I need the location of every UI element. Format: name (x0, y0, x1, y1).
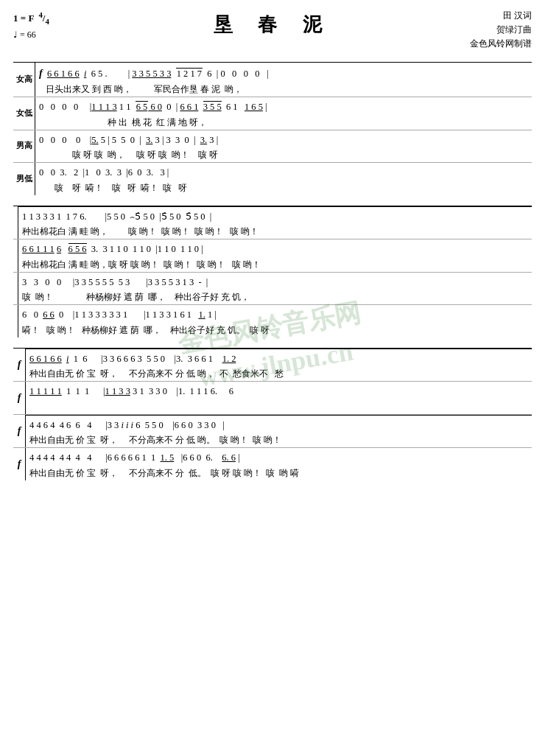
s3-v1-lyrics: 种出自由无 价 宝 呀， 不分高来不 分 低 哟， 不 愁食米不 愁 (29, 367, 528, 380)
female-high-label: 女高 (13, 63, 35, 97)
s3-v3-lyrics: 种出自由无 价 宝 呀， 不分高来不 分 低 哟。 咳 哟！ 咳 哟！ (29, 433, 528, 447)
female-high-content: f 6 6 1 6 6 i 6 5 . | 3 3 5 5 3 3 1 2 1 … (35, 63, 532, 97)
s3-v2-notes: 1 1 1 1 1 1 1 1 |1 1 3 3 3 1 3 3 0 |1. 1… (29, 383, 528, 400)
s2-v4-notes: 6 0 6 6 0 |1 1 3 3 3 3 3 1 |1 1 3 3 1 6 … (22, 307, 528, 323)
s3-v2-lyrics (29, 400, 528, 413)
section-3: f 6 6 1 6 6 i 1 6 |3 3 6 6 6 3 5 5 0 |3.… (13, 348, 532, 480)
male-high-lyrics: 咳 呀 咳 哟， 咳 呀 咳 哟！ 咳 呀 (39, 148, 528, 161)
male-low-content: 0 0 3. 2 |1 0 3. 3 |6 0 3. 3 | 咳 呀 嗬！ 咳 … (35, 163, 532, 195)
s2-v3-notes: 3 3 0 0 |3 3 5 5 5 5 5 3 |3 3 5 5 3 1 3 … (22, 274, 528, 291)
female-low-content: 0 0 0 0 |1 1 1 3 1 1 6 5 6 0 0 | 6 6 1 3… (35, 97, 532, 130)
s3-v3-label: f (13, 415, 25, 448)
s2-v1-content: 1 1 3 3 3 1 1 7 6. |5 5 0 ⌢5̂ 5 0 |5̂ 5 … (18, 206, 532, 239)
s3-v4-label: f (13, 448, 25, 480)
male-high-notes: 0 0 0 0 |5. 5 | 5 5 0 | 3. 3 | 3 3 0 | 3… (39, 132, 528, 149)
s3-v1-label: f (13, 349, 25, 382)
s2-v3-lyrics: 咳 哟！ 种杨柳好 遮 荫 哪， 种出谷子好 充 饥， (22, 290, 528, 304)
s3-voice-2: f 1 1 1 1 1 1 1 1 |1 1 3 3 3 1 3 3 0 |1.… (13, 382, 532, 415)
s2-v1-lyrics: 种出棉花白 满 畦 哟， 咳 哟！ 咳 哟！ 咳 哟！ 咳 哟！ (22, 225, 528, 238)
tempo: ♩ = 66 (13, 28, 49, 42)
header: 1 = F 4/4 ♩ = 66 垦 春 泥 田 汉词 贺绿汀曲 金色风铃网制谱 (13, 7, 532, 59)
male-low-label: 男低 (13, 163, 35, 195)
s3-voice-4: f 4 4 4 4 4 4 4 4 |6 6 6 6 6 1 1 1. 5 |6… (13, 448, 532, 480)
s3-v4-notes: 4 4 4 4 4 4 4 4 |6 6 6 6 6 1 1 1. 5 |6 6… (29, 449, 528, 466)
female-high-notes: f 6 6 1 6 6 i 6 5 . | 3 3 5 5 3 3 1 2 1 … (39, 64, 528, 83)
s2-voice-3: 3 3 0 0 |3 3 5 5 5 5 5 3 |3 3 5 5 3 1 3 … (13, 273, 532, 306)
voice-male-high: 男高 0 0 0 0 |5. 5 | 5 5 0 | 3. 3 | 3 3 0 … (13, 130, 532, 164)
male-high-label: 男高 (13, 130, 35, 163)
female-high-lyrics: 日头出来又 到 西 哟， 军民合作垦 春 泥 哟， (39, 83, 528, 96)
male-low-lyrics: 咳 呀 嗬！ 咳 呀 嗬！ 咳 呀 (39, 181, 528, 195)
s3-v3-content: 4 4 6 4 4 6 6 4 |3 3 i i i 6 5 5 0 |6 6 … (25, 415, 532, 448)
voice-female-low: 女低 0 0 0 0 |1 1 1 3 1 1 6 5 6 0 0 | 6 6 … (13, 97, 532, 130)
arranger: 金色风铃网制谱 (470, 37, 532, 51)
section-2: 1 1 3 3 3 1 1 7 6. |5 5 0 ⌢5̂ 5 0 |5̂ 5 … (13, 206, 532, 337)
s2-voice-1: 1 1 3 3 3 1 1 7 6. |5 5 0 ⌢5̂ 5 0 |5̂ 5 … (13, 206, 532, 240)
section-1: 女高 f 6 6 1 6 6 i 6 5 . | 3 3 5 5 3 3 1 2… (13, 62, 532, 195)
female-low-lyrics: 种 出 桃 花 红 满 地 呀， (39, 116, 528, 129)
s2-v1-notes: 1 1 3 3 3 1 1 7 6. |5 5 0 ⌢5̂ 5 0 |5̂ 5 … (22, 209, 528, 225)
male-high-content: 0 0 0 0 |5. 5 | 5 5 0 | 3. 3 | 3 3 0 | 3… (35, 130, 532, 163)
voice-male-low: 男低 0 0 3. 2 |1 0 3. 3 |6 0 3. 3 | 咳 呀 嗬！… (13, 163, 532, 195)
s3-v1-notes: 6 6 1 6 6 i 1 6 |3 3 6 6 6 3 5 5 0 |3. 3… (29, 351, 528, 368)
s2-v3-content: 3 3 0 0 |3 3 5 5 5 5 5 3 |3 3 5 5 3 1 3 … (18, 273, 532, 305)
key-time: 1 = F 4/4 (13, 9, 49, 28)
top-left-info: 1 = F 4/4 ♩ = 66 (13, 9, 49, 42)
female-low-notes: 0 0 0 0 |1 1 1 3 1 1 6 5 6 0 0 | 6 6 1 3… (39, 99, 528, 116)
s2-v4-lyrics: 嗬！ 咳 哟！ 种杨柳好 遮 荫 哪， 种出谷子好 充 饥。 咳 呀 (22, 323, 528, 337)
dynamic-f: f (39, 68, 43, 79)
voice-female-high: 女高 f 6 6 1 6 6 i 6 5 . | 3 3 5 5 3 3 1 2… (13, 63, 532, 97)
s3-v2-label: f (13, 382, 25, 414)
s3-voice-1: f 6 6 1 6 6 i 1 6 |3 3 6 6 6 3 5 5 0 |3.… (13, 349, 532, 382)
s2-v2-content: 6 6 1 1 1 6 6 5 6 3. 3 1 1 0 1 1 0 |1 1 … (18, 239, 532, 272)
s2-voice-2: 6 6 1 1 1 6 6 5 6 3. 3 1 1 0 1 1 0 |1 1 … (13, 239, 532, 273)
lyricist: 田 汉词 (470, 9, 532, 23)
s3-v4-content: 4 4 4 4 4 4 4 4 |6 6 6 6 6 1 1 1. 5 |6 6… (25, 448, 532, 480)
male-low-notes: 0 0 3. 2 |1 0 3. 3 |6 0 3. 3 | (39, 164, 528, 181)
composer: 贺绿汀曲 (470, 23, 532, 37)
s3-v4-lyrics: 种出自由无 价 宝 呀， 不分高来不 分 低。 咳 呀 咳 哟！ 咳 哟 嗬 (29, 466, 528, 480)
page: 1 = F 4/4 ♩ = 66 垦 春 泥 田 汉词 贺绿汀曲 金色风铃网制谱… (0, 0, 545, 494)
s2-voice-4: 6 0 6 6 0 |1 1 3 3 3 3 3 1 |1 1 3 3 1 6 … (13, 305, 532, 337)
s2-v2-lyrics: 种出棉花白 满 畦 哟，咳 呀 咳 哟！ 咳 哟！ 咳 哟！ 咳 哟！ (22, 258, 528, 271)
top-right-info: 田 汉词 贺绿汀曲 金色风铃网制谱 (470, 9, 532, 52)
female-low-label: 女低 (13, 97, 35, 130)
s2-v4-content: 6 0 6 6 0 |1 1 3 3 3 3 3 1 |1 1 3 3 1 6 … (18, 305, 532, 337)
s3-v1-content: 6 6 1 6 6 i 1 6 |3 3 6 6 6 3 5 5 0 |3. 3… (25, 349, 532, 382)
s3-v2-content: 1 1 1 1 1 1 1 1 |1 1 3 3 3 1 3 3 0 |1. 1… (25, 382, 532, 414)
s2-v2-notes: 6 6 1 1 1 6 6 5 6 3. 3 1 1 0 1 1 0 |1 1 … (22, 241, 528, 258)
s3-v3-notes: 4 4 6 4 4 6 6 4 |3 3 i i i 6 5 5 0 |6 6 … (29, 417, 528, 434)
title: 垦 春 泥 (13, 7, 532, 39)
s3-voice-3: f 4 4 6 4 4 6 6 4 |3 3 i i i 6 5 5 0 |6 … (13, 415, 532, 449)
